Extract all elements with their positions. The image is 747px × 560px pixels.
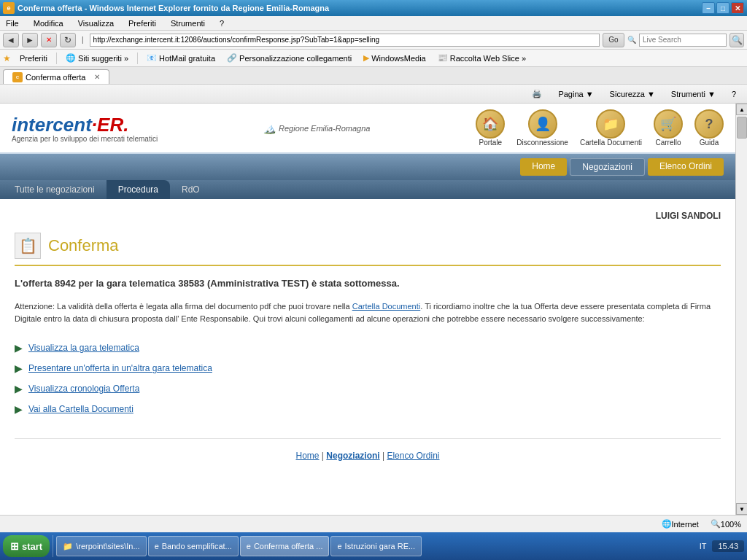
tab-icon: e bbox=[12, 72, 23, 82]
window-title: Conferma offerta - Windows Internet Expl… bbox=[18, 4, 702, 12]
zone-label: Internet bbox=[672, 520, 699, 529]
nav-guida[interactable]: ? Guida bbox=[694, 109, 724, 147]
link-vai-cartella[interactable]: Vai alla Cartella Documenti bbox=[28, 404, 133, 414]
restore-button[interactable]: □ bbox=[716, 2, 729, 14]
logo-area: intercent ·ER. Agenzia per lo sviluppo d… bbox=[12, 114, 158, 143]
menu-file[interactable]: File bbox=[3, 18, 22, 29]
taskbar-task-2[interactable]: e Bando semplificat... bbox=[148, 536, 239, 556]
cartella-label: Cartella Documenti bbox=[580, 139, 642, 147]
region-logo: 🏔️ Regione Emilia-Romagna bbox=[263, 122, 370, 134]
minimize-button[interactable]: – bbox=[702, 2, 715, 14]
help-button[interactable]: ? bbox=[727, 88, 741, 101]
bottom-nav: Home | Negoziazioni | Elenco Ordini bbox=[15, 438, 721, 472]
scroll-thumb[interactable] bbox=[737, 117, 747, 139]
search-input[interactable] bbox=[639, 34, 727, 47]
pagina-button[interactable]: Pagina ▼ bbox=[553, 88, 598, 101]
menu-visualizza[interactable]: Visualizza bbox=[75, 18, 117, 29]
close-button[interactable]: ✕ bbox=[731, 2, 744, 14]
bottom-elenco-ordini-link[interactable]: Elenco Ordini bbox=[387, 451, 439, 461]
taskbar-task-3[interactable]: e Conferma offerta ... bbox=[240, 536, 330, 556]
tab-close-icon[interactable]: ✕ bbox=[94, 73, 100, 81]
forward-button[interactable]: ► bbox=[22, 33, 38, 47]
print-button[interactable]: 🖨️ bbox=[527, 87, 547, 101]
cartella-icon: 📁 bbox=[596, 109, 625, 139]
back-button[interactable]: ◄ bbox=[3, 33, 19, 47]
nav-disconnessione[interactable]: 👤 Disconnessione bbox=[516, 109, 568, 147]
nav-carrello[interactable]: 🛒 Carrello bbox=[654, 109, 683, 147]
subtab-tutte[interactable]: Tutte le negoziazioni bbox=[0, 180, 107, 199]
menu-preferiti[interactable]: Preferiti bbox=[125, 18, 159, 29]
favorites-label[interactable]: Preferiti bbox=[17, 52, 50, 64]
bottom-home-link[interactable]: Home bbox=[296, 451, 320, 461]
menu-help[interactable]: ? bbox=[217, 18, 227, 29]
task-icon-3: e bbox=[247, 542, 251, 551]
lang-label: IT bbox=[700, 542, 707, 551]
task-label-4: Istruzioni gara RE... bbox=[345, 542, 416, 551]
start-button[interactable]: ⊞ start bbox=[3, 535, 50, 557]
strumenti-cmd-button[interactable]: Strumenti ▼ bbox=[666, 88, 721, 101]
address-input[interactable] bbox=[90, 34, 600, 47]
site-tabs-inner: Home Negoziazioni Elenco Ordini bbox=[0, 158, 735, 176]
browser-tab-active[interactable]: e Conferma offerta ✕ bbox=[3, 69, 109, 84]
region-flag-icon: 🏔️ bbox=[263, 122, 276, 134]
fav-item-siti[interactable]: 🌐 Siti suggeriti » bbox=[63, 52, 131, 64]
address-label: | bbox=[79, 36, 87, 44]
menu-bar: File Modifica Visualizza Preferiti Strum… bbox=[0, 16, 747, 31]
fav-item-personaliz[interactable]: 🔗 Personalizzazione collegamenti bbox=[224, 52, 355, 64]
disconnessione-icon: 👤 bbox=[528, 109, 557, 139]
carrello-label: Carrello bbox=[655, 139, 681, 147]
arrow-icon-2: ▶ bbox=[15, 362, 23, 374]
carrello-icon: 🛒 bbox=[654, 109, 683, 139]
stop-button[interactable]: ✕ bbox=[41, 33, 57, 47]
favorites-star-icon: ★ bbox=[3, 53, 11, 63]
tab-bar: e Conferma offerta ✕ bbox=[0, 67, 747, 85]
scrollbar[interactable]: ▲ ▼ bbox=[735, 104, 747, 515]
region-name: Regione Emilia-Romagna bbox=[279, 124, 370, 133]
fav-item-raccolta[interactable]: 📰 Raccolta Web Slice » bbox=[435, 52, 529, 64]
portale-label: Portale bbox=[479, 139, 502, 147]
arrow-icon-3: ▶ bbox=[15, 383, 23, 394]
subtab-rdo[interactable]: RdO bbox=[170, 180, 212, 199]
confirm-notice: Attenzione: La validità della offerta è … bbox=[15, 300, 721, 324]
sicurezza-button[interactable]: Sicurezza ▼ bbox=[605, 88, 660, 101]
search-label: 🔍 bbox=[627, 36, 636, 44]
confirm-icon: 📋 bbox=[15, 233, 41, 259]
search-go-button[interactable]: 🔍 bbox=[729, 33, 744, 47]
menu-strumenti[interactable]: Strumenti bbox=[168, 18, 208, 29]
command-bar: 🖨️ Pagina ▼ Sicurezza ▼ Strumenti ▼ ? bbox=[0, 85, 747, 104]
address-bar: ◄ ► ✕ ↻ | Go 🔍 🔍 bbox=[0, 31, 747, 50]
taskbar: ⊞ start 📁 \rerpoint\sites\In... e Bando … bbox=[0, 532, 747, 560]
nav-icons: 🏠 Portale 👤 Disconnessione 📁 Cartella Do… bbox=[476, 109, 724, 147]
tab-elenco-ordini[interactable]: Elenco Ordini bbox=[648, 158, 724, 176]
link-presenta-offerta[interactable]: Presentare un'offerta in un'altra gara t… bbox=[28, 363, 212, 373]
taskbar-task-1[interactable]: 📁 \rerpoint\sites\In... bbox=[56, 536, 146, 556]
title-bar: e Conferma offerta - Windows Internet Ex… bbox=[0, 0, 747, 16]
fav-item-windows-media[interactable]: ▶ WindowsMedia bbox=[360, 52, 429, 64]
subtab-procedura[interactable]: Procedura bbox=[107, 180, 170, 199]
task-label-1: \rerpoint\sites\In... bbox=[76, 542, 139, 551]
tab-negoziazioni[interactable]: Negoziazioni bbox=[570, 158, 645, 176]
logo: intercent ·ER. Agenzia per lo sviluppo d… bbox=[12, 114, 158, 143]
menu-modifica[interactable]: Modifica bbox=[31, 18, 66, 29]
portale-icon: 🏠 bbox=[476, 109, 505, 139]
clock: 15.43 bbox=[712, 540, 744, 552]
tab-home[interactable]: Home bbox=[520, 158, 567, 176]
go-button[interactable]: Go bbox=[603, 33, 624, 47]
windows-icon: ⊞ bbox=[10, 540, 19, 552]
link-visualizza-gara[interactable]: Visualizza la gara telematica bbox=[28, 343, 139, 353]
link-cronologia-offerta[interactable]: Visualizza cronologia Offerta bbox=[28, 384, 139, 394]
taskbar-right: IT 15.43 bbox=[700, 540, 744, 552]
scroll-down-button[interactable]: ▼ bbox=[736, 503, 747, 515]
cartella-documenti-link[interactable]: Cartella Documenti bbox=[352, 302, 421, 311]
taskbar-task-4[interactable]: e Istruzioni gara RE... bbox=[330, 536, 422, 556]
bottom-negoziazioni-link[interactable]: Negoziazioni bbox=[326, 451, 379, 461]
action-item-4: ▶ Vai alla Cartella Documenti bbox=[15, 403, 721, 415]
nav-portale[interactable]: 🏠 Portale bbox=[476, 109, 505, 147]
task-label-3: Conferma offerta ... bbox=[254, 542, 323, 551]
scroll-up-button[interactable]: ▲ bbox=[736, 104, 747, 115]
refresh-button[interactable]: ↻ bbox=[60, 33, 76, 47]
fav-separator-2 bbox=[137, 52, 138, 64]
nav-cartella-documenti[interactable]: 📁 Cartella Documenti bbox=[580, 109, 642, 147]
taskbar-separator bbox=[53, 535, 53, 557]
fav-item-hotmail[interactable]: 📧 HotMail gratuita bbox=[144, 52, 218, 64]
